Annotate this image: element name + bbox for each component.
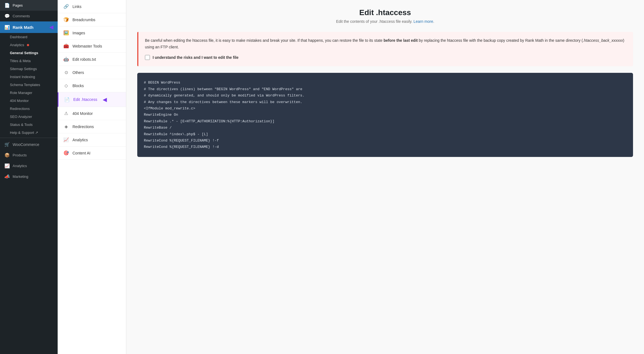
robots-icon: 🤖 [63, 57, 69, 62]
code-line: RewriteCond %{REQUEST_FILENAME} !-f [144, 137, 626, 144]
sidebar-subitem-sitemap-settings[interactable]: Sitemap Settings [0, 65, 58, 73]
understand-risk-checkbox[interactable] [145, 55, 150, 60]
code-line: # The directives (lines) between "BEGIN … [144, 86, 626, 92]
sidebar-item-analytics[interactable]: 📈 Analytics [0, 161, 58, 171]
sidebar-subitem-redirections[interactable]: Redirections [0, 105, 58, 113]
sidebar-item-pages[interactable]: 📄 Pages [0, 0, 58, 11]
sidebar-subitem-titles-meta[interactable]: Titles & Meta [0, 57, 58, 65]
subnav-webmaster-tools[interactable]: 🧰 Webmaster Tools [58, 40, 126, 53]
sidebar-item-woocommerce[interactable]: 🛒 WooCommerce [0, 139, 58, 150]
analytics-sidebar-icon: 📈 [4, 163, 10, 168]
subnav-others[interactable]: ⊙ Others [58, 66, 126, 79]
content-area: Edit .htaccess Edit the contents of your… [126, 0, 644, 354]
main-area: 🔗 Links 🍞 Breadcrumbs 🖼️ Images 🧰 Webmas… [58, 0, 644, 354]
wordpress-sidebar: 📄 Pages 💬 Comments 📊 Rank Math ◀ Dashboa… [0, 0, 58, 354]
code-line: RewriteBase / [144, 125, 626, 131]
woocommerce-icon: 🛒 [4, 142, 10, 147]
sidebar-subitem-status-tools[interactable]: Status & Tools [0, 121, 58, 129]
subnav-analytics[interactable]: 📈 Analytics [58, 133, 126, 146]
others-icon: ⊙ [63, 70, 69, 75]
sidebar-item-rank-math[interactable]: 📊 Rank Math ◀ [0, 21, 58, 33]
code-line: <IfModule mod_rewrite.c> [144, 105, 626, 112]
monitor-icon: ⚠ [63, 111, 69, 116]
content-ai-icon: 🎯 [63, 150, 69, 156]
subnav-content-ai[interactable]: 🎯 Content AI [58, 146, 126, 160]
page-title: Edit .htaccess [137, 8, 633, 17]
rank-math-submenu: Dashboard Analytics General Settings Tit… [0, 33, 58, 137]
sidebar-subitem-role-manager[interactable]: Role Manager [0, 89, 58, 97]
subnav-images[interactable]: 🖼️ Images [58, 26, 126, 40]
subnav-edit-htaccess[interactable]: 📄 Edit .htaccess ◀ [58, 92, 126, 107]
acknowledge-checkbox-row: I understand the risks and I want to edi… [145, 54, 626, 61]
comments-icon: 💬 [4, 13, 10, 19]
htaccess-icon: 📄 [64, 97, 70, 102]
sidebar-subitem-schema-templates[interactable]: Schema Templates [0, 81, 58, 89]
pages-icon: 📄 [4, 3, 10, 8]
code-line: # BEGIN WordPress [144, 79, 626, 86]
sidebar-subitem-dashboard[interactable]: Dashboard [0, 33, 58, 41]
rank-math-icon: 📊 [4, 25, 10, 30]
learn-more-link[interactable]: Learn more [413, 19, 433, 24]
code-line: RewriteRule ^index\.php$ - [L] [144, 131, 626, 137]
htaccess-arrow: ◀ [103, 96, 107, 103]
subnav-breadcrumbs[interactable]: 🍞 Breadcrumbs [58, 13, 126, 26]
subnav-blocks[interactable]: ◇ Blocks [58, 79, 126, 92]
sidebar-subitem-general-settings[interactable]: General Settings [0, 49, 58, 57]
sidebar-subitem-help-support[interactable]: Help & Support ↗ [0, 129, 58, 137]
sidebar-item-marketing[interactable]: 📣 Marketing [0, 171, 58, 182]
general-settings-subnav: 🔗 Links 🍞 Breadcrumbs 🖼️ Images 🧰 Webmas… [58, 0, 126, 354]
code-line: RewriteEngine On [144, 112, 626, 118]
sidebar-item-comments[interactable]: 💬 Comments [0, 11, 58, 21]
understand-risk-label[interactable]: I understand the risks and I want to edi… [153, 54, 239, 61]
code-line: RewriteRule .* - [E=HTTP_AUTHORIZATION:%… [144, 118, 626, 125]
code-line: RewriteCond %{REQUEST_FILENAME} !-d [144, 144, 626, 150]
products-icon: 📦 [4, 153, 10, 158]
analytics-badge [27, 44, 29, 46]
sidebar-subitem-analytics[interactable]: Analytics [0, 41, 58, 49]
marketing-icon: 📣 [4, 174, 10, 179]
images-icon: 🖼️ [63, 30, 69, 35]
warning-box: Be careful when editing the htaccess fil… [137, 32, 633, 66]
page-header: Edit .htaccess Edit the contents of your… [137, 8, 633, 24]
subnav-404-monitor[interactable]: ⚠ 404 Monitor [58, 107, 126, 120]
subnav-edit-robots[interactable]: 🤖 Edit robots.txt [58, 53, 126, 66]
links-icon: 🔗 [63, 4, 69, 9]
redirections-icon: ◈ [63, 124, 69, 129]
subnav-links[interactable]: 🔗 Links [58, 0, 126, 13]
code-editor[interactable]: # BEGIN WordPress# The directives (lines… [137, 73, 633, 157]
page-subtitle: Edit the contents of your .htaccess file… [137, 19, 633, 24]
breadcrumbs-icon: 🍞 [63, 17, 69, 22]
rank-math-collapse-arrow: ◀ [49, 24, 53, 30]
blocks-icon: ◇ [63, 83, 69, 88]
sidebar-item-products[interactable]: 📦 Products [0, 150, 58, 161]
webmaster-tools-icon: 🧰 [63, 43, 69, 49]
sidebar-subitem-404-monitor[interactable]: 404 Monitor [0, 97, 58, 105]
subnav-analytics-icon: 📈 [63, 137, 69, 142]
sidebar-subitem-instant-indexing[interactable]: Instant Indexing [0, 73, 58, 81]
sidebar-subitem-seo-analyzer[interactable]: SEO Analyzer [0, 113, 58, 121]
code-line: # Any changes to the directives between … [144, 99, 626, 105]
subnav-redirections[interactable]: ◈ Redirections [58, 120, 126, 133]
code-line: # dynamically generated, and should only… [144, 92, 626, 99]
